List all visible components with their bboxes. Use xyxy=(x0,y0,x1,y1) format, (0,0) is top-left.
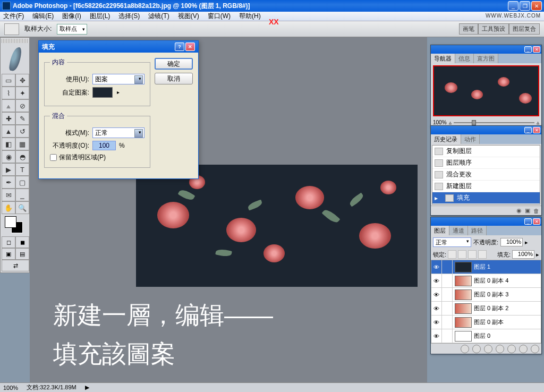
group-icon[interactable] xyxy=(507,345,516,353)
adjustment-layer-icon[interactable] xyxy=(496,345,504,353)
gradient-tool[interactable]: ▦ xyxy=(15,138,29,150)
visibility-icon[interactable]: 👁 xyxy=(431,302,442,316)
tool-preset-icon[interactable] xyxy=(4,23,19,35)
tab-layers[interactable]: 图层 xyxy=(431,226,449,235)
menu-view[interactable]: 视图(V) xyxy=(178,12,199,21)
history-item[interactable]: 新建图层 xyxy=(432,181,540,192)
tab-channels[interactable]: 通道 xyxy=(449,226,468,235)
menu-filter[interactable]: 滤镜(T) xyxy=(148,12,169,21)
use-dropdown[interactable]: 图案 xyxy=(92,74,144,84)
delete-layer-icon[interactable] xyxy=(531,345,539,353)
tab-histogram[interactable]: 直方图 xyxy=(474,54,498,63)
eyedropper-tool[interactable]: ⎯ xyxy=(15,189,29,201)
hand-tool[interactable]: ✋ xyxy=(2,201,15,214)
layer-row[interactable]: 👁图层 1 xyxy=(431,260,541,274)
menu-image[interactable]: 图像(I) xyxy=(62,12,81,21)
layer-thumbnail[interactable] xyxy=(455,303,472,314)
zoom-out-icon[interactable]: ▵ xyxy=(449,120,452,125)
layer-row[interactable]: 👁图层 0 副本 2 xyxy=(431,302,541,316)
layer-name[interactable]: 图层 0 副本 3 xyxy=(474,291,508,299)
layer-name[interactable]: 图层 0 xyxy=(474,332,490,340)
pen-tool[interactable]: ✒ xyxy=(2,176,15,189)
panel-close-icon[interactable]: ✕ xyxy=(533,218,540,225)
lock-all-icon[interactable] xyxy=(478,250,487,259)
path-select-tool[interactable]: ▶ xyxy=(2,163,15,176)
opacity-arrow-icon[interactable]: ▸ xyxy=(525,239,528,246)
slice-tool[interactable]: ⊘ xyxy=(15,99,29,112)
fill-arrow-icon[interactable]: ▸ xyxy=(536,251,539,258)
layer-mask-icon[interactable] xyxy=(484,345,492,353)
cancel-button[interactable]: 取消 xyxy=(155,73,193,84)
healing-tool[interactable]: ✚ xyxy=(2,112,15,125)
link-cell[interactable] xyxy=(442,274,453,288)
canvas-image[interactable] xyxy=(136,165,418,287)
maximize-button[interactable]: ❐ xyxy=(520,1,530,11)
color-swatches[interactable] xyxy=(2,214,29,236)
layer-row[interactable]: 👁图层 0 xyxy=(431,329,541,343)
menu-file[interactable]: 文件(F) xyxy=(3,12,24,21)
link-cell[interactable] xyxy=(442,316,453,329)
visibility-icon[interactable]: 👁 xyxy=(431,274,442,288)
zoom-in-icon[interactable]: ▵ xyxy=(537,120,539,125)
link-layers-icon[interactable] xyxy=(461,345,469,353)
link-cell[interactable] xyxy=(442,329,453,343)
eraser-tool[interactable]: ◧ xyxy=(2,138,15,150)
layer-thumbnail[interactable] xyxy=(455,262,472,272)
stamp-tool[interactable]: ▲ xyxy=(2,125,15,138)
menu-help[interactable]: 帮助(H) xyxy=(239,12,261,21)
pattern-swatch[interactable] xyxy=(92,87,113,98)
zoom-slider[interactable] xyxy=(454,122,534,123)
panel-min-icon[interactable]: _ xyxy=(524,127,532,133)
type-tool[interactable]: T xyxy=(15,163,29,176)
panel-close-icon[interactable]: ✕ xyxy=(533,127,540,133)
visibility-icon[interactable]: 👁 xyxy=(431,288,442,302)
crop-tool[interactable]: ⟁ xyxy=(2,99,15,112)
foreground-color[interactable] xyxy=(5,216,16,228)
new-layer-icon[interactable] xyxy=(519,345,528,353)
lock-position-icon[interactable] xyxy=(468,250,477,259)
history-item[interactable]: 混合更改 xyxy=(432,169,540,181)
dodge-tool[interactable]: ◓ xyxy=(15,150,29,163)
quickmask-button[interactable]: ◼ xyxy=(15,236,29,248)
layer-row[interactable]: 👁图层 0 副本 xyxy=(431,316,541,329)
menu-layer[interactable]: 图层(L) xyxy=(90,12,110,21)
preserve-transparency-checkbox[interactable]: 保留透明区域(P) xyxy=(50,153,144,162)
tab-history[interactable]: 历史记录 xyxy=(431,134,461,144)
link-cell[interactable] xyxy=(442,260,453,274)
brush-tool[interactable]: ✎ xyxy=(15,112,29,125)
history-item[interactable]: ▸填充 xyxy=(432,192,540,204)
preserve-checkbox-input[interactable] xyxy=(50,154,57,161)
panel-close-icon[interactable]: ✕ xyxy=(533,46,540,53)
dialog-close-button[interactable]: ✕ xyxy=(185,42,195,51)
new-doc-icon[interactable]: ▣ xyxy=(525,207,530,214)
layer-style-icon[interactable] xyxy=(472,345,481,353)
blend-mode-dropdown[interactable]: 正常 xyxy=(433,237,471,247)
tab-actions[interactable]: 动作 xyxy=(461,134,480,144)
tab-paths[interactable]: 路径 xyxy=(468,226,487,235)
visibility-icon[interactable]: 👁 xyxy=(431,260,442,274)
fill-field[interactable]: 100% xyxy=(512,250,534,259)
close-button[interactable]: ✕ xyxy=(531,1,542,11)
screen-mode-2[interactable]: ▤ xyxy=(15,248,29,260)
dialog-help-button[interactable]: ? xyxy=(175,42,184,51)
lock-pixels-icon[interactable] xyxy=(458,250,466,259)
menu-edit[interactable]: 编辑(E) xyxy=(32,12,54,21)
zoom-tool[interactable]: 🔍 xyxy=(15,201,29,214)
panel-min-icon[interactable]: _ xyxy=(524,46,532,53)
marquee-tool[interactable]: ▭ xyxy=(2,74,15,87)
layer-thumbnail[interactable] xyxy=(455,276,472,286)
lasso-tool[interactable]: ⌇ xyxy=(2,87,15,99)
tab-navigator[interactable]: 导航器 xyxy=(431,54,455,63)
tab-info[interactable]: 信息 xyxy=(455,54,474,63)
layer-name[interactable]: 图层 0 副本 xyxy=(474,318,504,326)
layer-thumbnail[interactable] xyxy=(455,289,472,300)
history-item[interactable]: 复制图层 xyxy=(432,146,540,157)
panel-min-icon[interactable]: _ xyxy=(524,218,532,225)
history-item[interactable]: 图层顺序 xyxy=(432,157,540,169)
move-tool[interactable]: ✥ xyxy=(15,74,29,87)
new-snapshot-icon[interactable]: ◉ xyxy=(516,207,522,214)
visibility-icon[interactable]: 👁 xyxy=(431,329,442,343)
notes-tool[interactable]: ✉ xyxy=(2,189,15,201)
status-arrow-icon[interactable]: ▶ xyxy=(85,384,89,391)
wand-tool[interactable]: ✦ xyxy=(15,87,29,99)
